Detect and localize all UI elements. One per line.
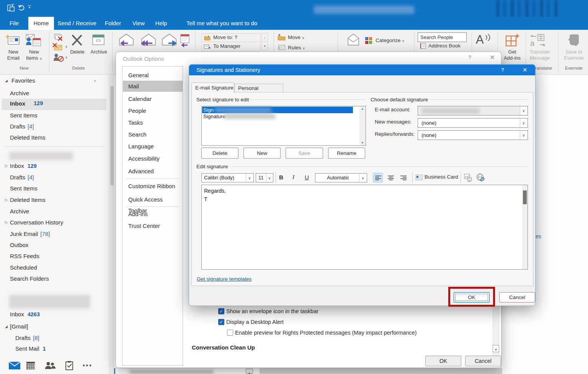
unread-read-icon[interactable]	[346, 33, 360, 47]
rename-signature-button[interactable]: Rename	[328, 148, 365, 159]
people-nav-icon[interactable]	[44, 362, 56, 369]
meeting-icon[interactable]	[179, 34, 190, 47]
qat-customize-icon[interactable]: ▾	[28, 5, 31, 9]
options-nav-language[interactable]: Language	[123, 141, 183, 152]
tab-file[interactable]: File	[5, 17, 23, 30]
checkbox-envelope-taskbar[interactable]: ✓	[218, 308, 224, 314]
tab-send-receive[interactable]: Send / Receive	[56, 17, 98, 30]
chevron-down-icon[interactable]: ∨	[266, 174, 273, 182]
insert-picture-icon[interactable]	[464, 174, 472, 182]
sidebar-item-sent1[interactable]: Sent Items	[0, 184, 107, 193]
sidebar-item-inbox2[interactable]: Inbox4263	[0, 310, 107, 319]
signature-templates-link[interactable]: Get signature templates	[197, 276, 252, 282]
align-right-button[interactable]	[398, 173, 408, 182]
tab-personal-stationery[interactable]: Personal Stationery	[234, 84, 283, 93]
chevron-down-icon[interactable]: ∨	[246, 174, 253, 182]
checkbox-desktop-alert[interactable]: ✓	[218, 319, 224, 325]
sidebar-item-drafts2[interactable]: Drafts[8]	[0, 334, 107, 342]
account1-name-redacted[interactable]	[9, 152, 73, 160]
options-nav-calendar[interactable]: Calendar	[123, 93, 183, 104]
options-help-icon[interactable]: ?	[468, 54, 471, 60]
sidebar-item-scheduled[interactable]: Scheduled	[0, 263, 107, 272]
font-color-combo[interactable]: Automatic ∨	[315, 173, 367, 182]
folder-pane-scrollbar[interactable]	[109, 75, 114, 374]
new-email-button[interactable]: NewEmail	[2, 49, 25, 61]
move-icon[interactable]	[278, 34, 286, 41]
address-book-button[interactable]: Address Book	[428, 43, 461, 49]
chevron-down-icon[interactable]: ∨	[520, 107, 527, 115]
get-addins-button[interactable]: GetAdd-ins	[500, 49, 524, 61]
new-email-icon[interactable]	[5, 34, 21, 47]
sidebar-item-outbox[interactable]: Outbox	[0, 241, 107, 249]
options-nav-tasks[interactable]: Tasks	[123, 117, 183, 128]
evernote-icon[interactable]	[567, 33, 580, 47]
quick-steps-scroll-up[interactable]: ▴	[261, 33, 268, 42]
tasks-nav-icon[interactable]	[65, 361, 74, 371]
mail-nav-icon[interactable]	[8, 361, 21, 370]
options-nav-mail[interactable]: Mail	[123, 81, 183, 92]
options-close-icon[interactable]: ✕	[490, 54, 495, 62]
options-nav-addins[interactable]: Add-ins	[123, 208, 183, 220]
junk-dropdown-icon[interactable]: ∨	[65, 45, 68, 49]
italic-button[interactable]: I	[292, 174, 294, 180]
sig-help-icon[interactable]: ?	[501, 67, 504, 73]
options-nav-general[interactable]: General	[123, 70, 183, 81]
sidebar-item-archive-fav[interactable]: Archive	[0, 89, 107, 98]
tab-folder[interactable]: Folder	[101, 17, 125, 30]
signature-list-scrollbar[interactable]: ▲ ▼	[359, 106, 366, 145]
underline-button[interactable]: U	[305, 174, 309, 180]
email-account-combo[interactable]: ∨	[418, 106, 528, 115]
quick-steps-scroll-down[interactable]: ▾	[261, 42, 268, 50]
signature-item-2[interactable]: Signature	[202, 113, 353, 120]
sidebar-item-convhistory[interactable]: ▷Conversation History	[0, 218, 107, 227]
account2-name-redacted[interactable]	[9, 295, 90, 309]
font-size-combo[interactable]: 11 ∨	[256, 173, 273, 182]
sidebar-item-sent-fav[interactable]: Sent Items	[0, 111, 107, 120]
chevron-down-icon[interactable]: ∨	[520, 119, 527, 127]
options-nav-trust-center[interactable]: Trust Center	[123, 220, 183, 231]
sidebar-item-inbox1[interactable]: ▷Inbox129	[0, 162, 107, 170]
sidebar-item-sentmail[interactable]: Sent Mail1	[0, 345, 107, 353]
delete-button[interactable]: Delete	[65, 49, 89, 55]
new-items-icon[interactable]	[25, 34, 41, 47]
collapse-pane-icon[interactable]: ‹	[94, 76, 96, 85]
sidebar-item-deleted-fav[interactable]: Deleted Items	[0, 133, 107, 142]
tab-email-signature[interactable]: E-mail Signature	[191, 83, 234, 93]
textarea-scrollbar[interactable]	[522, 185, 528, 269]
chevron-down-icon[interactable]: ∨	[520, 131, 527, 139]
sig-cancel-button[interactable]: Cancel	[499, 292, 535, 302]
business-card-button[interactable]: Business Card	[416, 173, 459, 182]
new-items-button[interactable]: NewItems ∨	[22, 49, 46, 62]
archive-icon[interactable]	[91, 34, 106, 46]
block-dropdown-icon[interactable]: ∨	[65, 55, 68, 59]
options-nav-quick-access[interactable]: Quick Access Toolbar	[123, 194, 183, 205]
categorize-button[interactable]: Categorize ∨	[376, 37, 405, 43]
quick-step-move-to[interactable]: Move to: ?	[201, 33, 260, 42]
sig-close-icon[interactable]: ✕	[523, 67, 528, 73]
options-scroll-down-icon[interactable]: ▼	[493, 345, 499, 352]
options-nav-accessibility[interactable]: Accessibility	[123, 153, 183, 164]
tab-help[interactable]: Help	[152, 17, 171, 30]
options-cancel-button[interactable]: Cancel	[465, 356, 501, 366]
quick-access-send-receive-icon[interactable]	[7, 3, 15, 13]
tell-me-search[interactable]: Tell me what you want to do	[186, 17, 267, 30]
categorize-icon[interactable]	[365, 37, 373, 45]
reply-icon[interactable]	[118, 33, 135, 48]
translate-button[interactable]: TranslateMessage	[528, 49, 552, 61]
align-center-button[interactable]	[385, 173, 395, 182]
signature-item-selected[interactable]: Sign	[202, 107, 353, 113]
forward-icon[interactable]	[161, 33, 178, 48]
options-nav-advanced[interactable]: Advanced	[123, 166, 183, 177]
archive-button[interactable]: Archive	[87, 49, 111, 55]
address-book-icon[interactable]	[420, 42, 427, 49]
more-nav-icon[interactable]: •••	[83, 362, 93, 369]
sidebar-item-junk[interactable]: Junk Email[78]	[0, 230, 107, 238]
font-combo[interactable]: Calibri (Body) ∨	[201, 173, 254, 182]
save-to-evernote-button[interactable]: Save toEvernote	[562, 49, 586, 61]
reply-all-icon[interactable]	[139, 33, 157, 48]
calendar-nav-icon[interactable]	[26, 361, 35, 370]
options-ok-button[interactable]: OK	[425, 356, 461, 366]
rules-button[interactable]: Rules ∨	[288, 45, 305, 50]
ignore-icon[interactable]	[53, 33, 64, 41]
tab-home[interactable]: Home	[28, 17, 54, 30]
